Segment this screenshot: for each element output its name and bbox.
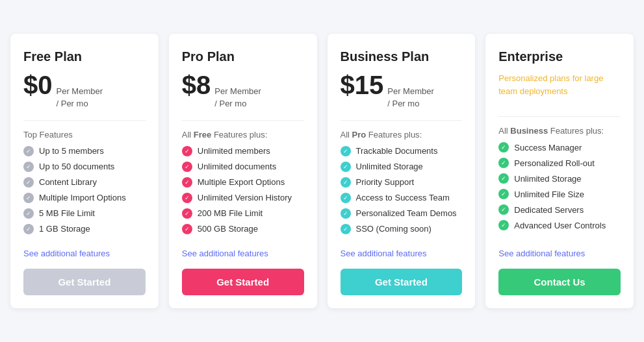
list-item: ✓Up to 5 members bbox=[23, 146, 146, 156]
list-item: ✓500 GB Storage bbox=[182, 224, 304, 234]
check-icon: ✓ bbox=[182, 224, 192, 234]
see-more-pro[interactable]: See additional features bbox=[182, 249, 304, 258]
list-item: ✓5 MB File Limit bbox=[23, 208, 146, 219]
list-item: ✓Unlimited File Size bbox=[498, 189, 621, 199]
check-icon: ✓ bbox=[341, 193, 351, 203]
plan-price-row-pro: $8Per Member / Per mo bbox=[182, 72, 304, 109]
plan-price-amount-business: $15 bbox=[341, 72, 384, 98]
check-icon: ✓ bbox=[341, 162, 351, 172]
list-item: ✓Multiple Import Options bbox=[23, 193, 146, 203]
list-item: ✓Personalized Roll-out bbox=[498, 158, 621, 168]
check-icon: ✓ bbox=[498, 204, 509, 215]
plan-price-label-pro: Per Member / Per mo bbox=[214, 86, 261, 109]
plan-price-row-enterprise: Personalized plans for large team deploy… bbox=[498, 72, 621, 106]
check-icon: ✓ bbox=[182, 177, 192, 188]
divider-business bbox=[341, 120, 463, 121]
plan-card-pro: Pro Plan$8Per Member / Per moAll Free Fe… bbox=[169, 34, 317, 308]
feature-text: SSO (Coming soon) bbox=[356, 224, 431, 234]
feature-text: Personalized Roll-out bbox=[514, 158, 595, 168]
divider-pro bbox=[182, 120, 304, 121]
list-item: ✓Advanced User Controls bbox=[498, 220, 621, 230]
features-list-pro: ✓Unlimited members✓Unlimited documents✓M… bbox=[182, 146, 304, 239]
plan-name-enterprise: Enterprise bbox=[498, 49, 621, 64]
feature-text: Multiple Import Options bbox=[39, 193, 126, 202]
check-icon: ✓ bbox=[182, 193, 192, 203]
list-item: ✓200 MB File Limit bbox=[182, 208, 304, 219]
feature-text: 1 GB Storage bbox=[39, 224, 90, 234]
check-icon: ✓ bbox=[23, 193, 34, 203]
cta-button-business[interactable]: Get Started bbox=[341, 269, 463, 295]
plan-price-custom-enterprise: Personalized plans for large team deploy… bbox=[498, 72, 621, 97]
check-icon: ✓ bbox=[341, 146, 351, 156]
feature-text: Advanced User Controls bbox=[514, 221, 606, 230]
feature-text: Up to 50 documents bbox=[39, 162, 114, 171]
list-item: ✓Unlimited Version History bbox=[182, 193, 304, 203]
see-more-enterprise[interactable]: See additional features bbox=[498, 249, 621, 258]
check-icon: ✓ bbox=[498, 189, 509, 199]
cta-button-pro[interactable]: Get Started bbox=[182, 269, 304, 295]
plan-card-free: Free Plan$0Per Member / Per moTop Featur… bbox=[10, 34, 159, 308]
feature-text: Dedicated Servers bbox=[514, 205, 584, 215]
feature-text: Access to Success Team bbox=[356, 193, 450, 202]
feature-text: Up to 5 members bbox=[39, 146, 104, 156]
check-icon: ✓ bbox=[341, 208, 351, 219]
plan-card-enterprise: EnterprisePersonalized plans for large t… bbox=[485, 34, 634, 308]
feature-text: Unlimited Storage bbox=[514, 174, 581, 184]
check-icon: ✓ bbox=[23, 224, 34, 234]
see-more-business[interactable]: See additional features bbox=[341, 249, 463, 258]
feature-text: 500 GB Storage bbox=[198, 224, 258, 234]
list-item: ✓Up to 50 documents bbox=[23, 162, 146, 172]
pricing-grid: Free Plan$0Per Member / Per moTop Featur… bbox=[10, 34, 634, 308]
plan-price-row-business: $15Per Member / Per mo bbox=[341, 72, 463, 109]
features-header-pro: All Free Features plus: bbox=[182, 130, 304, 140]
list-item: ✓Success Manager bbox=[498, 142, 621, 153]
list-item: ✓Unlimited documents bbox=[182, 162, 304, 172]
see-more-free[interactable]: See additional features bbox=[23, 249, 146, 258]
feature-text: Personalized Team Demos bbox=[356, 208, 457, 218]
cta-button-enterprise[interactable]: Contact Us bbox=[498, 269, 621, 295]
features-list-enterprise: ✓Success Manager✓Personalized Roll-out✓U… bbox=[498, 142, 621, 239]
list-item: ✓Unlimited Storage bbox=[341, 162, 463, 172]
check-icon: ✓ bbox=[23, 208, 34, 219]
check-icon: ✓ bbox=[23, 177, 34, 188]
feature-text: Unlimited documents bbox=[198, 162, 276, 171]
list-item: ✓Content Library bbox=[23, 177, 146, 188]
feature-text: Unlimited Storage bbox=[356, 162, 423, 171]
check-icon: ✓ bbox=[182, 162, 192, 172]
feature-text: Trackable Documents bbox=[356, 146, 438, 156]
check-icon: ✓ bbox=[498, 173, 509, 184]
features-list-free: ✓Up to 5 members✓Up to 50 documents✓Cont… bbox=[23, 146, 146, 239]
feature-text: Priority Support bbox=[356, 177, 415, 187]
plan-price-amount-pro: $8 bbox=[182, 72, 211, 98]
check-icon: ✓ bbox=[498, 220, 509, 230]
list-item: ✓Personalized Team Demos bbox=[341, 208, 463, 219]
feature-text: Success Manager bbox=[514, 143, 582, 153]
feature-text: 5 MB File Limit bbox=[39, 208, 95, 218]
list-item: ✓Trackable Documents bbox=[341, 146, 463, 156]
features-list-business: ✓Trackable Documents✓Unlimited Storage✓P… bbox=[341, 146, 463, 239]
list-item: ✓Unlimited members bbox=[182, 146, 304, 156]
check-icon: ✓ bbox=[498, 158, 509, 168]
plan-price-label-business: Per Member / Per mo bbox=[387, 86, 434, 109]
list-item: ✓Priority Support bbox=[341, 177, 463, 188]
plan-card-business: Business Plan$15Per Member / Per moAll P… bbox=[328, 34, 476, 308]
check-icon: ✓ bbox=[182, 146, 192, 156]
check-icon: ✓ bbox=[182, 208, 192, 219]
feature-text: Content Library bbox=[39, 177, 97, 187]
feature-text: Unlimited Version History bbox=[198, 193, 292, 202]
plan-name-free: Free Plan bbox=[23, 49, 146, 64]
plan-price-amount-free: $0 bbox=[23, 72, 53, 98]
check-icon: ✓ bbox=[341, 224, 351, 234]
check-icon: ✓ bbox=[498, 142, 509, 153]
divider-enterprise bbox=[498, 116, 621, 117]
list-item: ✓1 GB Storage bbox=[23, 224, 146, 234]
cta-button-free[interactable]: Get Started bbox=[23, 269, 146, 295]
divider-free bbox=[23, 120, 146, 121]
list-item: ✓Access to Success Team bbox=[341, 193, 463, 203]
plan-name-business: Business Plan bbox=[341, 49, 463, 64]
feature-text: Multiple Export Options bbox=[198, 177, 285, 187]
features-header-free: Top Features bbox=[23, 130, 146, 140]
features-header-business: All Pro Features plus: bbox=[341, 130, 463, 140]
plan-price-row-free: $0Per Member / Per mo bbox=[23, 72, 146, 109]
plan-name-pro: Pro Plan bbox=[182, 49, 304, 64]
